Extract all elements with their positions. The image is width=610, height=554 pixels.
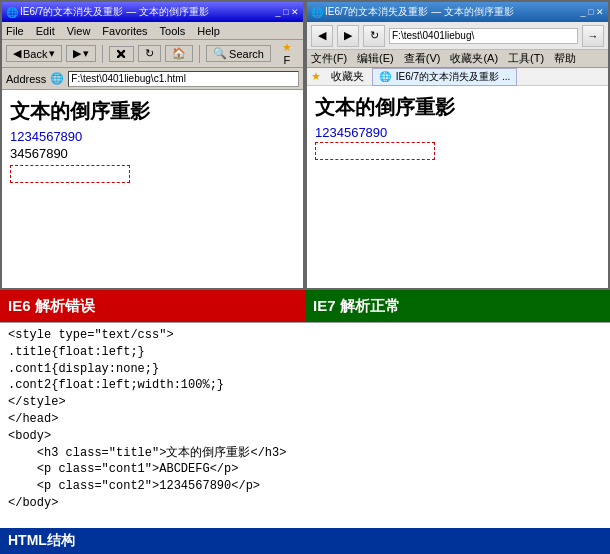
ie6-favorites-button[interactable]: ★ F [275, 40, 299, 67]
ie7-refresh-button[interactable]: ↻ [363, 25, 385, 47]
labels-row: IE6 解析错误 IE7 解析正常 [0, 290, 610, 322]
ie7-dashed-box [315, 142, 435, 160]
toolbar-separator [102, 45, 103, 63]
ie6-content-area: 文本的倒序重影 1234567890 34567890 [2, 90, 303, 288]
code-line-12: </body> [8, 495, 602, 512]
ie6-window: 🌐 IE6/7的文本消失及重影 — 文本的倒序重影 _ □ ✕ File Edi… [0, 0, 305, 290]
ie7-tab-label: IE6/7的文本消失及重影 ... [396, 71, 510, 82]
ie7-favorites-star-icon: ★ [311, 70, 321, 83]
ie7-favorites-label[interactable]: 收藏夹 [331, 69, 364, 84]
ie7-close-controls: _ □ ✕ [581, 7, 604, 17]
code-line-2: .title{float:left;} [8, 344, 602, 361]
ie7-menu-help[interactable]: 帮助 [554, 51, 576, 66]
ie6-menu-edit[interactable]: Edit [36, 25, 55, 37]
ie7-menu-favorites[interactable]: 收藏夹(A) [450, 51, 498, 66]
ie7-back-icon: ◀ [318, 29, 326, 42]
code-line-1: <style type="text/css"> [8, 327, 602, 344]
ie7-menu-edit[interactable]: 编辑(E) [357, 51, 394, 66]
ie6-menubar: File Edit View Favorites Tools Help [2, 22, 303, 40]
ie7-window-icon: 🌐 [311, 7, 323, 18]
ie7-label-text: IE7 解析正常 [313, 297, 400, 316]
ie7-content-area: 文本的倒序重影 1234567890 [307, 86, 608, 288]
home-icon: 🏠 [172, 47, 186, 60]
ie7-globe-tab-icon: 🌐 [379, 71, 391, 82]
ie7-menu-file[interactable]: 文件(F) [311, 51, 347, 66]
ie6-titlebar-text: IE6/7的文本消失及重影 — 文本的倒序重影 [20, 5, 274, 19]
code-line-9: <h3 class="title">文本的倒序重影</h3> [8, 445, 602, 462]
ie6-toolbar: ◀ Back ▾ ▶ ▾ 🗙 ↻ 🏠 [2, 40, 303, 68]
ie7-titlebar-text: IE6/7的文本消失及重影 — 文本的倒序重影 [325, 5, 579, 19]
forward-arrow-icon: ▶ [73, 47, 81, 60]
search-icon: 🔍 [213, 47, 227, 60]
ie6-home-button[interactable]: 🏠 [165, 45, 193, 62]
ie7-ok-label: IE7 解析正常 [305, 290, 610, 322]
ie6-menu-file[interactable]: File [6, 25, 24, 37]
ie7-titlebar: 🌐 IE6/7的文本消失及重影 — 文本的倒序重影 _ □ ✕ [307, 2, 608, 22]
ie7-refresh-icon: ↻ [370, 29, 379, 42]
ie6-titlebar: 🌐 IE6/7的文本消失及重影 — 文本的倒序重影 _ □ ✕ [2, 2, 303, 22]
ie7-address-input[interactable] [389, 28, 578, 44]
ie6-content-line1: 1234567890 [10, 129, 295, 144]
ie7-go-button[interactable]: → [582, 25, 604, 47]
ie6-menu-tools[interactable]: Tools [160, 25, 186, 37]
main-container: 🌐 IE6/7的文本消失及重影 — 文本的倒序重影 _ □ ✕ File Edi… [0, 0, 610, 554]
ie6-label-text: IE6 解析错误 [8, 297, 95, 316]
ie6-menu-favorites[interactable]: Favorites [102, 25, 147, 37]
ie6-globe-icon: 🌐 [50, 72, 64, 85]
ie7-content-line1: 1234567890 [315, 125, 600, 140]
refresh-icon: ↻ [145, 47, 154, 60]
code-line-4: .cont2{float:left;width:100%;} [8, 377, 602, 394]
stop-icon: 🗙 [116, 48, 127, 60]
ie7-favorites-bar: ★ 收藏夹 🌐 IE6/7的文本消失及重影 ... [307, 68, 608, 86]
ie6-content-line2: 34567890 [10, 146, 295, 161]
code-line-11: <p class="cont2">1234567890</p> [8, 478, 602, 495]
ie7-menu-tools[interactable]: 工具(T) [508, 51, 544, 66]
ie7-go-icon: → [588, 30, 599, 42]
ie6-search-button[interactable]: 🔍 Search [206, 45, 271, 62]
ie6-menu-view[interactable]: View [67, 25, 91, 37]
code-section: <style type="text/css"> .title{float:lef… [0, 322, 610, 528]
ie7-window: 🌐 IE6/7的文本消失及重影 — 文本的倒序重影 _ □ ✕ ◀ ▶ ↻ → [305, 0, 610, 290]
ie7-menu-view[interactable]: 查看(V) [404, 51, 441, 66]
ie6-address-label: Address [6, 73, 46, 85]
code-line-3: .cont1{display:none;} [8, 361, 602, 378]
code-line-6: </head> [8, 411, 602, 428]
ie7-forward-button[interactable]: ▶ [337, 25, 359, 47]
ie6-favorites-label: F [284, 54, 291, 66]
ie6-error-label: IE6 解析错误 [0, 290, 305, 322]
code-line-5: </style> [8, 394, 602, 411]
ie7-nav-bar: ◀ ▶ ↻ → [307, 22, 608, 50]
ie7-menubar: 文件(F) 编辑(E) 查看(V) 收藏夹(A) 工具(T) 帮助 [307, 50, 608, 68]
code-line-10: <p class="cont1">ABCDEFG</p> [8, 461, 602, 478]
ie7-page-title: 文本的倒序重影 [315, 94, 600, 121]
code-line-8: <body> [8, 428, 602, 445]
ie6-back-label: Back [23, 48, 47, 60]
ie7-tab[interactable]: 🌐 IE6/7的文本消失及重影 ... [372, 68, 517, 86]
ie6-forward-dropdown-icon: ▾ [83, 47, 89, 60]
html-label-text: HTML结构 [8, 532, 75, 550]
ie6-close-controls: _ □ ✕ [276, 7, 299, 17]
ie6-address-input[interactable] [68, 71, 299, 87]
ie6-address-bar: Address 🌐 [2, 68, 303, 90]
back-arrow-icon: ◀ [13, 47, 21, 60]
ie6-back-button[interactable]: ◀ Back ▾ [6, 45, 62, 62]
favorites-star-icon: ★ [282, 41, 292, 53]
ie6-dashed-box [10, 165, 130, 183]
ie6-refresh-button[interactable]: ↻ [138, 45, 161, 62]
toolbar-separator2 [199, 45, 200, 63]
ie6-menu-help[interactable]: Help [197, 25, 220, 37]
ie7-forward-icon: ▶ [344, 29, 352, 42]
html-structure-label: HTML结构 [0, 528, 610, 554]
ie6-stop-button[interactable]: 🗙 [109, 46, 134, 62]
ie6-page-title: 文本的倒序重影 [10, 98, 295, 125]
ie6-window-icon: 🌐 [6, 7, 18, 18]
ie6-forward-button[interactable]: ▶ ▾ [66, 45, 96, 62]
ie7-back-button[interactable]: ◀ [311, 25, 333, 47]
ie6-search-label: Search [229, 48, 264, 60]
ie6-back-dropdown-icon: ▾ [49, 47, 55, 60]
browsers-row: 🌐 IE6/7的文本消失及重影 — 文本的倒序重影 _ □ ✕ File Edi… [0, 0, 610, 290]
